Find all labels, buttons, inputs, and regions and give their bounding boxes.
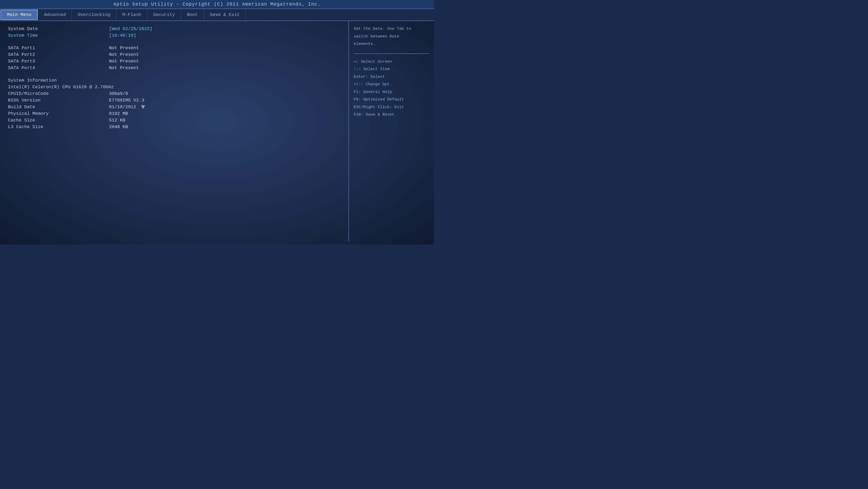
help-key-3: +/-: Change Opt. xyxy=(354,81,429,89)
help-key-6: ESC/Right Click: Exit xyxy=(354,104,429,111)
build-date-value: 01/18/2012 xyxy=(109,104,145,109)
help-top-text-1: Set the Date. Use Tab to xyxy=(354,25,429,33)
help-top-text-2: switch between Date xyxy=(354,33,429,41)
help-key-4: F1: General Help xyxy=(354,89,429,96)
sata-port3-label: SATA Port3 xyxy=(8,59,109,64)
sata-port2-label: SATA Port2 xyxy=(8,52,109,57)
system-date-label: System Date xyxy=(8,26,109,31)
l3-cache-row: L3 Cache Size 2048 KB xyxy=(8,124,340,129)
sata-port3-row: SATA Port3 Not Present xyxy=(8,59,340,64)
help-top-text-3: elements. xyxy=(354,40,429,48)
help-key-5: F6: Optimized Default xyxy=(354,96,429,104)
sata-port1-value: Not Present xyxy=(109,45,139,51)
build-date-label: Build Date xyxy=(8,104,109,109)
sata-port4-label: SATA Port4 xyxy=(8,65,109,70)
menu-item-mflash[interactable]: M-Flash xyxy=(117,9,147,21)
cache-size-row: Cache Size 512 KB xyxy=(8,118,340,123)
right-panel: Set the Date. Use Tab to switch between … xyxy=(349,21,434,241)
cpuid-row: CPUID/MicroCode 306a9/8 xyxy=(8,91,340,96)
sata-port1-row: SATA Port1 Not Present xyxy=(8,45,340,51)
title-bar: Aptio Setup Utility - Copyright (C) 2011… xyxy=(0,0,434,9)
sata-port3-value: Not Present xyxy=(109,59,139,64)
system-info-title: System Information xyxy=(8,78,340,83)
menu-item-security[interactable]: Security xyxy=(147,9,181,21)
cache-size-value: 512 KB xyxy=(109,118,125,123)
menu-item-main[interactable]: Main Menu xyxy=(1,9,38,20)
build-date-row: Build Date 01/18/2012 xyxy=(8,104,340,109)
left-panel: System Date [Wed 02/25/2015] System Time… xyxy=(0,21,349,241)
l3-cache-value: 2048 KB xyxy=(109,124,128,129)
bios-version-label: BIOS Version xyxy=(8,98,109,103)
sata-port1-label: SATA Port1 xyxy=(8,45,109,51)
bios-version-row: BIOS Version E7788IMS V2.3 xyxy=(8,98,340,103)
bios-version-value: E7788IMS V2.3 xyxy=(109,98,145,103)
help-key-2: Enter: Select xyxy=(354,73,429,81)
l3-cache-label: L3 Cache Size xyxy=(8,124,109,129)
menu-item-boot[interactable]: Boot xyxy=(181,9,204,21)
system-date-row: System Date [Wed 02/25/2015] xyxy=(8,26,340,31)
sata-port2-row: SATA Port2 Not Present xyxy=(8,52,340,57)
system-date-value[interactable]: [Wed 02/25/2015] xyxy=(109,26,152,31)
system-time-label: System Time xyxy=(8,33,109,38)
help-keys: ⇔: Select Screen ↑↓: Select Item Enter: … xyxy=(354,58,429,119)
help-top: Set the Date. Use Tab to switch between … xyxy=(354,25,429,54)
physical-memory-label: Physical Memory xyxy=(8,111,109,116)
sata-port4-row: SATA Port4 Not Present xyxy=(8,65,340,70)
menu-item-overclocking[interactable]: Overclocking xyxy=(72,9,116,21)
menu-item-advanced[interactable]: Advanced xyxy=(38,9,72,21)
cpu-info: Intel(R) Celeron(R) CPU G1620 @ 2.70GHz xyxy=(8,85,340,90)
menu-item-saveexit[interactable]: Save & Exit xyxy=(204,9,246,21)
physical-memory-row: Physical Memory 8192 MB xyxy=(8,111,340,116)
main-content: System Date [Wed 02/25/2015] System Time… xyxy=(0,21,434,241)
sata-port2-value: Not Present xyxy=(109,52,139,57)
menu-bar: Main Menu Advanced Overclocking M-Flash … xyxy=(0,9,434,21)
cpuid-value: 306a9/8 xyxy=(109,91,128,96)
cache-size-label: Cache Size xyxy=(8,118,109,123)
help-key-1: ↑↓: Select Item xyxy=(354,66,429,73)
physical-memory-value: 8192 MB xyxy=(109,111,128,116)
sata-port4-value: Not Present xyxy=(109,65,139,70)
system-time-row: System Time [16:46:19] xyxy=(8,33,340,38)
help-key-0: ⇔: Select Screen xyxy=(354,58,429,66)
system-time-value[interactable]: [16:46:19] xyxy=(109,33,136,38)
cpuid-label: CPUID/MicroCode xyxy=(8,91,109,96)
title-text: Aptio Setup Utility - Copyright (C) 2011… xyxy=(114,2,321,7)
help-key-7: F10: Save & Reset xyxy=(354,111,429,119)
